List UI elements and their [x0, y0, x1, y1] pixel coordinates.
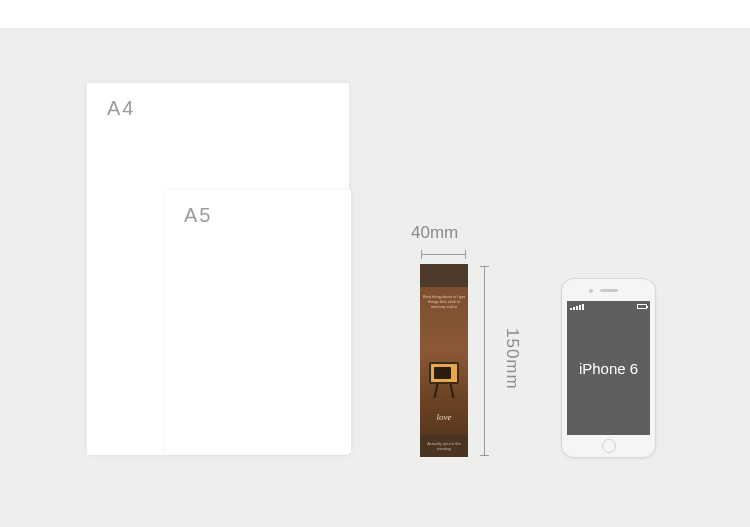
bookmark-width-label: 40mm	[411, 223, 458, 243]
bookmark-card: Best thing about is I get things that st…	[420, 264, 468, 457]
phone-screen: iPhone 6	[567, 301, 650, 435]
battery-icon	[637, 304, 647, 309]
height-dimension-bracket	[480, 266, 490, 456]
a4-label: A4	[107, 97, 135, 120]
signal-icon	[570, 304, 584, 310]
width-dimension-bracket	[421, 250, 466, 260]
home-button-icon	[602, 439, 616, 453]
bookmark-height-label: 150mm	[502, 328, 522, 390]
tv-icon	[429, 362, 459, 400]
phone-model-label: iPhone 6	[579, 360, 638, 377]
top-white-strip	[0, 0, 750, 28]
bookmark-script-word: love	[420, 412, 468, 422]
bookmark-bottom-text: Actually, you're the missing	[420, 441, 468, 451]
bookmark-top-text: Best thing about is I get things that st…	[423, 294, 465, 309]
phone-camera-icon	[589, 289, 593, 293]
phone-status-bar	[570, 303, 647, 310]
comparison-canvas: A4 A5 40mm Best thing about is I get thi…	[0, 28, 750, 527]
phone-speaker-icon	[600, 289, 618, 292]
iphone-mockup: iPhone 6	[561, 278, 656, 458]
a5-label: A5	[184, 204, 212, 227]
a5-paper: A5	[166, 190, 351, 453]
